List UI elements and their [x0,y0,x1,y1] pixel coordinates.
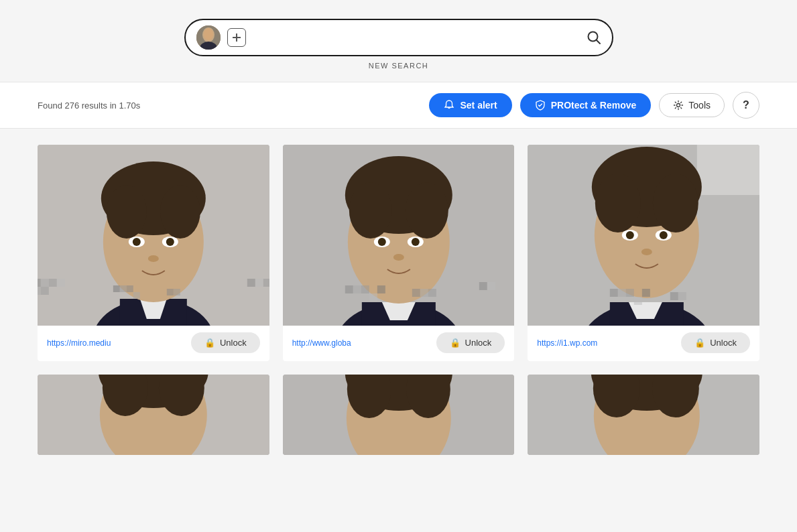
grid-item-3: https://i1.wp.com 🔒 Unlock [528,145,759,361]
unlock-label-2: Unlock [465,338,492,348]
face-image-4[interactable] [38,375,269,455]
svg-rect-61 [697,145,759,195]
svg-point-15 [107,185,147,239]
tools-label: Tools [688,100,711,111]
item-footer-1: https://miro.mediu 🔒 Unlock [38,326,269,361]
lock-icon-1: 🔒 [204,338,215,348]
unlock-button-3[interactable]: 🔒 Unlock [681,332,750,353]
svg-line-7 [596,40,600,44]
svg-rect-5 [233,37,241,38]
svg-rect-27 [41,287,49,295]
svg-rect-34 [247,279,255,287]
svg-point-72 [660,231,668,239]
svg-rect-24 [49,279,57,287]
svg-rect-80 [678,292,686,300]
new-search-link[interactable]: NEW SEARCH [369,62,429,70]
svg-rect-28 [113,285,120,292]
add-photo-button[interactable] [227,28,246,47]
set-alert-button[interactable]: Set alert [429,93,511,117]
search-input-area[interactable] [253,31,580,44]
svg-rect-76 [626,289,634,297]
svg-point-16 [160,185,200,239]
svg-rect-58 [479,282,487,290]
svg-point-47 [377,238,385,246]
protect-label: PROtect & Remove [551,100,637,111]
set-alert-label: Set alert [460,100,497,111]
face-image-3[interactable] [528,145,759,326]
lock-icon-2: 🔒 [450,338,461,348]
svg-point-19 [133,238,141,246]
search-button[interactable] [587,30,601,45]
face-image-5[interactable] [283,375,515,455]
svg-rect-31 [133,292,140,299]
svg-point-8 [677,104,680,107]
search-bar [184,19,613,56]
unlock-label-3: Unlock [710,338,737,348]
face-image-6[interactable] [528,375,759,455]
svg-point-67 [595,174,641,232]
bell-icon [444,100,454,111]
face-image-2[interactable] [283,145,515,326]
help-button[interactable]: ? [733,92,759,119]
svg-rect-56 [420,289,428,297]
grid-item-2: http://www.globa 🔒 Unlock [283,145,515,361]
protect-remove-button[interactable]: PROtect & Remove [520,93,652,117]
avatar-image [196,25,221,50]
svg-rect-35 [255,279,263,287]
svg-rect-77 [634,297,642,305]
svg-point-21 [148,255,159,262]
grid-item-1: https://miro.mediu 🔒 Unlock [38,145,269,361]
svg-rect-36 [263,279,269,287]
svg-point-48 [411,238,419,246]
svg-rect-50 [345,285,353,293]
svg-rect-25 [57,279,65,287]
unlock-button-1[interactable]: 🔒 Unlock [191,332,260,353]
svg-point-44 [405,182,448,239]
grid-item-4 [38,375,269,455]
svg-rect-52 [361,285,369,293]
lock-icon-3: 🔒 [694,338,705,348]
svg-rect-79 [670,292,678,300]
item-url-3[interactable]: https://i1.wp.com [537,338,597,348]
svg-rect-74 [610,289,618,297]
search-input[interactable] [253,31,580,43]
grid-item-6 [528,375,759,455]
svg-rect-75 [618,289,626,297]
svg-rect-30 [127,285,133,292]
results-text: Found 276 results in 1.70s [38,101,421,111]
item-footer-3: https://i1.wp.com 🔒 Unlock [528,326,759,361]
svg-rect-22 [38,279,41,287]
svg-rect-59 [487,282,495,290]
toolbar: Found 276 results in 1.70s Set alert PRO… [0,82,797,129]
svg-point-20 [166,238,174,246]
svg-rect-78 [642,289,650,297]
shield-icon [535,100,546,111]
results-grid: https://miro.mediu 🔒 Unlock [0,129,797,471]
item-footer-2: http://www.globa 🔒 Unlock [283,326,515,361]
svg-rect-55 [412,289,420,297]
svg-rect-32 [167,289,174,295]
svg-point-43 [349,182,391,239]
svg-rect-33 [174,289,180,295]
svg-rect-51 [353,285,361,293]
svg-rect-26 [38,287,41,295]
item-url-2[interactable]: http://www.globa [292,338,351,348]
search-avatar [196,25,221,50]
svg-point-68 [653,174,698,232]
svg-point-71 [626,231,634,239]
gear-icon [673,100,684,111]
header: NEW SEARCH [0,0,797,82]
help-label: ? [743,99,749,111]
unlock-button-2[interactable]: 🔒 Unlock [436,332,505,353]
tools-button[interactable]: Tools [659,93,725,117]
svg-rect-29 [120,285,127,292]
svg-point-73 [641,249,652,255]
item-url-1[interactable]: https://miro.mediu [47,338,111,348]
grid-item-5 [283,375,515,455]
svg-rect-57 [428,289,436,297]
svg-point-49 [393,254,404,261]
svg-rect-54 [377,285,385,293]
face-image-1[interactable] [38,145,269,326]
svg-rect-23 [41,279,49,287]
unlock-label-1: Unlock [220,338,247,348]
